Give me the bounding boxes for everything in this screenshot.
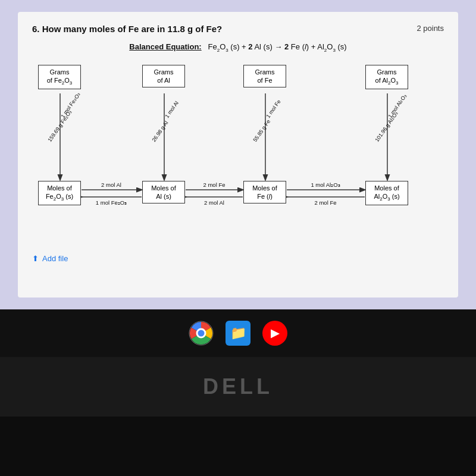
svg-text:101.96 g Al₂O₃: 101.96 g Al₂O₃ — [374, 110, 399, 143]
gram-box-1: Grams of Fe2O3 — [38, 65, 81, 90]
mole-box-1: Moles of Fe2O3 (s) — [38, 181, 81, 206]
question-row: 6. How many moles of Fe are in 11.8 g of… — [32, 24, 444, 34]
taskbar: 📁 ▶ — [0, 309, 476, 357]
dell-area: DELL — [0, 357, 476, 416]
mole-box-2-line1: Moles of — [148, 184, 180, 192]
balanced-equation: Balanced Equation: Fe2O3 (s) + 2 Al (s) … — [32, 42, 444, 53]
mole-box-2-line2: Al (s) — [148, 192, 180, 201]
youtube-icon[interactable]: ▶ — [262, 321, 287, 346]
svg-text:2 mol Fe: 2 mol Fe — [203, 181, 226, 188]
svg-text:2 mol Fe: 2 mol Fe — [315, 199, 337, 206]
diagram-svg: 1 mol Fe₂O₃ 159.69 g Fe₂O₃ 1 mol Al 26.9… — [32, 65, 444, 243]
points-label: 2 points — [416, 24, 444, 33]
svg-point-25 — [197, 329, 205, 337]
svg-text:1 mol Fe₂O₃: 1 mol Fe₂O₃ — [60, 91, 82, 119]
screen-area: 6. How many moles of Fe are in 11.8 g of… — [0, 0, 476, 309]
svg-text:1 mol Al₂O₃: 1 mol Al₂O₃ — [311, 181, 340, 188]
gram-box-2-line1: Grams — [148, 68, 180, 76]
mole-box-2: Moles of Al (s) — [142, 181, 185, 204]
mole-box-3: Moles of Fe (l) — [243, 181, 286, 204]
svg-text:1 mol Al₂O₃: 1 mol Al₂O₃ — [387, 92, 408, 118]
mole-box-1-line1: Moles of — [43, 184, 76, 192]
svg-text:1 mol Fe₂O₃: 1 mol Fe₂O₃ — [96, 199, 127, 206]
gram-box-3-line1: Grams — [249, 68, 281, 76]
svg-text:1 mol Fe: 1 mol Fe — [265, 98, 281, 118]
question-number: 6. — [32, 24, 40, 34]
gram-box-1-line1: Grams — [43, 68, 76, 76]
question-body: How many moles of Fe are in 11.8 g of Fe… — [42, 24, 223, 34]
gram-box-4: Grams of Al2O3 — [365, 65, 408, 90]
gram-box-2: Grams of Al — [142, 65, 185, 88]
mole-box-4: Moles of Al2O3 (s) — [365, 181, 408, 206]
mole-box-4-line1: Moles of — [371, 184, 403, 192]
page-content: 6. How many moles of Fe are in 11.8 g of… — [18, 12, 458, 298]
dell-logo: DELL — [203, 374, 273, 399]
svg-text:2 mol Al: 2 mol Al — [204, 199, 224, 206]
equation-label: Balanced Equation: — [129, 42, 201, 51]
mole-box-4-line2: Al2O3 (s) — [371, 192, 403, 203]
gram-box-4-line1: Grams — [371, 68, 403, 76]
svg-text:1 mol Al: 1 mol Al — [164, 100, 180, 119]
svg-text:55.85 g Fe: 55.85 g Fe — [252, 118, 271, 143]
gram-box-3: Grams of Fe — [243, 65, 286, 88]
question-text: 6. How many moles of Fe are in 11.8 g of… — [32, 24, 222, 34]
svg-text:159.69 g Fe₂O₃: 159.69 g Fe₂O₃ — [46, 108, 73, 142]
gram-box-3-line2: of Fe — [249, 76, 281, 84]
stoichiometry-diagram: 1 mol Fe₂O₃ 159.69 g Fe₂O₃ 1 mol Al 26.9… — [32, 65, 444, 243]
gram-box-1-line2: of Fe2O3 — [43, 76, 76, 87]
svg-text:2 mol Al: 2 mol Al — [101, 181, 121, 188]
svg-text:26.98 g Al: 26.98 g Al — [151, 120, 169, 143]
mole-box-3-line2: Fe (l) — [249, 192, 281, 201]
keyboard-area — [0, 416, 476, 476]
mole-box-3-line1: Moles of — [249, 184, 281, 192]
gram-box-2-line2: of Al — [148, 76, 180, 84]
mole-box-1-line2: Fe2O3 (s) — [43, 192, 76, 203]
folder-icon[interactable]: 📁 — [226, 321, 250, 346]
upload-icon: ⬆ — [32, 254, 39, 263]
add-file-button[interactable]: ⬆ Add file — [32, 254, 444, 263]
chrome-icon[interactable] — [189, 321, 214, 346]
equation-formula: Fe2O3 (s) + 2 Al (s) → 2 Fe (l) + Al2O3 … — [208, 42, 347, 51]
gram-box-4-line2: of Al2O3 — [371, 76, 403, 87]
add-file-label: Add file — [42, 254, 68, 263]
